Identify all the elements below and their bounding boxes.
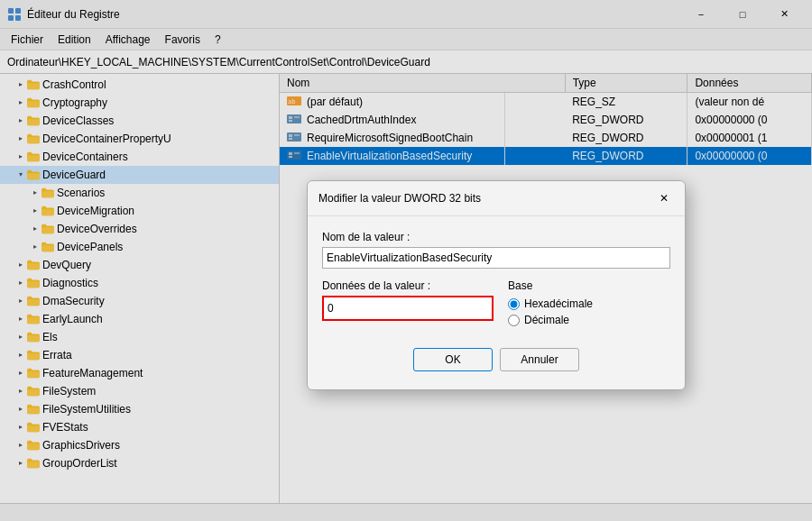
radio-hexadecimal-label: Hexadécimale [524, 297, 593, 310]
modal-close-button[interactable]: ✕ [654, 188, 674, 208]
value-data-section: Données de la valeur : [322, 279, 494, 321]
ok-button[interactable]: OK [413, 348, 493, 371]
base-section: Base Hexadécimale Décimale [508, 279, 670, 330]
value-name-input[interactable] [322, 247, 670, 269]
modal-data-row: Données de la valeur : Base Hexadécimale… [322, 279, 670, 330]
value-data-label: Données de la valeur : [322, 279, 494, 292]
modal-overlay: Modifier la valeur DWORD 32 bits ✕ Nom d… [0, 0, 812, 521]
cancel-button[interactable]: Annuler [500, 348, 579, 371]
modal-titlebar: Modifier la valeur DWORD 32 bits ✕ [308, 181, 685, 216]
radio-decimal[interactable]: Décimale [508, 314, 670, 326]
modal-title: Modifier la valeur DWORD 32 bits [318, 192, 481, 205]
radio-hexadecimal[interactable]: Hexadécimale [508, 297, 670, 310]
radio-decimal-label: Décimale [524, 314, 569, 326]
base-label: Base [508, 279, 670, 292]
modal-buttons: OK Annuler [322, 344, 670, 379]
value-data-input[interactable] [322, 296, 494, 321]
modal-body: Nom de la valeur : Données de la valeur … [308, 216, 685, 389]
radio-decimal-input[interactable] [508, 315, 520, 326]
radio-hexadecimal-input[interactable] [508, 298, 520, 310]
modal-dialog: Modifier la valeur DWORD 32 bits ✕ Nom d… [307, 180, 686, 390]
value-name-label: Nom de la valeur : [322, 231, 670, 243]
